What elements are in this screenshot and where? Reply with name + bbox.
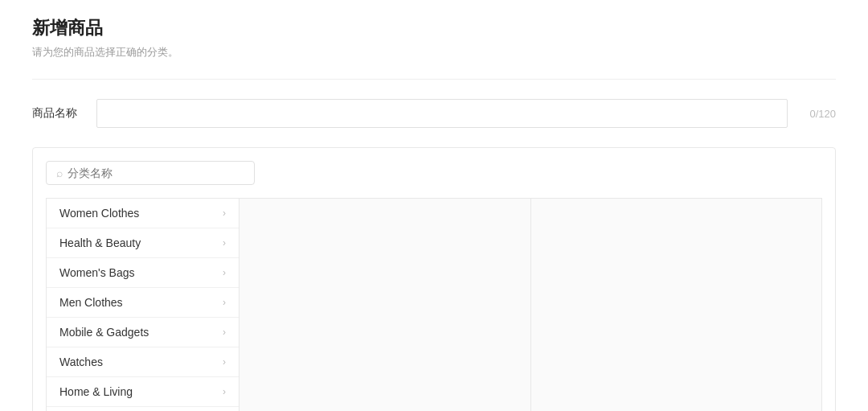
category-column-2 [240, 199, 531, 411]
chevron-right-icon: › [223, 208, 226, 219]
category-item[interactable]: Women's Bags› [47, 258, 239, 288]
category-item-label: Women Clothes [59, 207, 139, 220]
page-subtitle: 请为您的商品选择正确的分类。 [32, 45, 836, 60]
category-item-label: Men Clothes [59, 296, 123, 309]
chevron-right-icon: › [223, 327, 226, 338]
category-item-label: Home & Living [59, 385, 133, 398]
chevron-right-icon: › [223, 267, 226, 278]
category-item[interactable]: Baby & Toys› [47, 407, 239, 411]
search-bar[interactable]: ⌕ [46, 161, 255, 185]
chevron-right-icon: › [223, 297, 226, 308]
category-column-3 [531, 199, 822, 411]
page-wrapper: 新增商品 请为您的商品选择正确的分类。 商品名称 0/120 ⌕ Women C… [0, 0, 868, 411]
category-item[interactable]: Home & Living› [47, 377, 239, 407]
divider [32, 79, 836, 80]
category-item-label: Women's Bags [59, 266, 134, 279]
category-item-label: Mobile & Gadgets [59, 326, 149, 339]
category-item[interactable]: Health & Beauty› [47, 228, 239, 258]
search-input[interactable] [68, 166, 244, 179]
category-panel: ⌕ Women Clothes›Health & Beauty›Women's … [32, 147, 836, 411]
category-item[interactable]: Mobile & Gadgets› [47, 318, 239, 347]
product-name-label: 商品名称 [32, 106, 96, 121]
product-name-input[interactable] [96, 99, 788, 128]
product-name-counter: 0/120 [796, 108, 836, 120]
chevron-right-icon: › [223, 386, 226, 397]
category-item[interactable]: Men Clothes› [47, 288, 239, 318]
search-icon: ⌕ [56, 166, 63, 179]
chevron-right-icon: › [223, 356, 226, 368]
columns-container: Women Clothes›Health & Beauty›Women's Ba… [46, 198, 822, 411]
category-item[interactable]: Women Clothes› [47, 199, 239, 228]
category-item[interactable]: Watches› [47, 347, 239, 377]
category-column-1: Women Clothes›Health & Beauty›Women's Ba… [47, 199, 240, 411]
page-title: 新增商品 [32, 16, 836, 40]
product-name-row: 商品名称 0/120 [32, 99, 836, 128]
chevron-right-icon: › [223, 237, 226, 249]
category-item-label: Watches [59, 356, 103, 368]
category-item-label: Health & Beauty [59, 236, 141, 249]
